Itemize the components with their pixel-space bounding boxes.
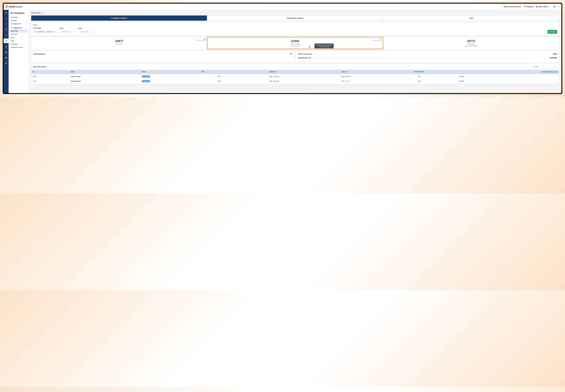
read-rate-label: Read Rate bbox=[465, 45, 471, 47]
info-icon[interactable]: ? bbox=[276, 71, 278, 72]
stat-delivered-sub: Delivery Rate ? bbox=[209, 45, 381, 47]
brand-icon bbox=[6, 5, 8, 8]
analytics-link[interactable]: Analytics bbox=[524, 6, 534, 8]
cell-revenue: 65700 bbox=[457, 74, 559, 79]
side-group-engagement[interactable]: Engagement bbox=[10, 26, 28, 29]
grid-icon bbox=[524, 6, 526, 8]
col-revenue[interactable]: Order Fulfilled revenue bbox=[457, 70, 559, 74]
info-icon[interactable]: ? bbox=[346, 71, 347, 72]
col-sent[interactable]: Sent▲▼ bbox=[200, 70, 238, 74]
rail-settings[interactable] bbox=[4, 56, 8, 59]
stat-read: 18772 Total Read Read Rate ? 78.61 % bbox=[383, 37, 559, 49]
rail-hierarchy[interactable] bbox=[4, 33, 8, 36]
read-rate-value: 78.61 % bbox=[473, 45, 477, 47]
side-item-apppush[interactable]: App Push bbox=[10, 33, 28, 36]
stat-delivered-label: Total Delivered bbox=[209, 43, 381, 45]
total-campaign-label: Total Campaign bbox=[33, 53, 45, 55]
rail-analytics[interactable] bbox=[4, 22, 8, 26]
cell-sent: 5677 bbox=[200, 74, 238, 79]
svg-rect-6 bbox=[524, 6, 525, 7]
avatar[interactable]: P bbox=[553, 5, 556, 9]
col-read[interactable]: Read?▼▲▼ bbox=[310, 70, 382, 74]
info-icon[interactable]: ! bbox=[309, 57, 311, 59]
side-item-notifcenter[interactable]: Notification Center bbox=[10, 46, 28, 49]
col-mode[interactable]: Mode▲▼ bbox=[140, 70, 200, 74]
side-item-retargeting[interactable]: Retargeting Ads bbox=[10, 22, 28, 26]
svg-point-23 bbox=[6, 52, 6, 52]
side-item-webpush[interactable]: Web Push bbox=[10, 29, 28, 33]
chevron-down-icon[interactable]: ▼ bbox=[558, 6, 559, 7]
explore-demo-button[interactable]: Explore demo account bbox=[502, 5, 523, 9]
stats-row: 1% from last period ? 23877 Total Sent 5… bbox=[31, 37, 559, 49]
col-fulfilled[interactable]: Order Fulfilled▲▼ bbox=[382, 70, 457, 74]
col-name[interactable]: Name▲▼ bbox=[69, 70, 140, 74]
filter-panel: Filter Date Range 12/06/2023 - 12/07/202… bbox=[31, 22, 559, 35]
main-content: Web Push ? Campaigns Analytics Subscribe… bbox=[29, 10, 561, 93]
stat-sent-trend: 1% from last period ? bbox=[195, 38, 206, 41]
help-link[interactable]: Need a Help? ▼ bbox=[536, 6, 550, 8]
cell-fulfilled: 266 bbox=[382, 79, 457, 84]
svg-point-17 bbox=[6, 29, 7, 29]
mode-chip: Broadcast bbox=[142, 75, 150, 78]
filter-title: Filter bbox=[33, 24, 557, 26]
campaign-name-link[interactable]: Insider Scoop bbox=[71, 76, 81, 77]
brand-logo[interactable]: NotifyVisitors bbox=[6, 5, 23, 8]
date-range-input[interactable]: 12/06/2023 - 12/07/2023 ▼ bbox=[33, 30, 57, 34]
side-item-sms[interactable]: SMS bbox=[10, 39, 28, 42]
info-icon[interactable]: ? bbox=[380, 40, 382, 41]
date-range-label: Date Range bbox=[33, 27, 57, 29]
svg-rect-3 bbox=[524, 6, 525, 6]
campaign-name-link[interactable]: Weekly Digest bbox=[71, 80, 81, 82]
col-delivered[interactable]: Delivered?▲▼ bbox=[238, 70, 310, 74]
rail-apps[interactable] bbox=[4, 11, 8, 14]
tab-subscribers-analytics[interactable]: Subscribers Analytics bbox=[207, 15, 383, 21]
side-item-email[interactable]: Email bbox=[10, 36, 28, 39]
rail-campaigns[interactable] bbox=[4, 39, 9, 43]
col-id[interactable]: ID▲▼ bbox=[31, 70, 69, 74]
tabs: Campaigns Analytics Subscribers Analytic… bbox=[31, 15, 559, 21]
rail-dashboard[interactable] bbox=[4, 17, 8, 20]
chevron-down-icon: ▼ bbox=[549, 6, 550, 7]
delivery-rate-tooltip: Total Delivered / (Total Sent - Total Fa… bbox=[315, 43, 334, 48]
rail-image[interactable] bbox=[4, 51, 8, 54]
cursor-icon bbox=[309, 46, 311, 48]
svg-rect-15 bbox=[6, 13, 7, 13]
svg-rect-13 bbox=[5, 13, 6, 13]
rail-audience[interactable] bbox=[4, 28, 8, 31]
side-item-campaign[interactable]: Campaign bbox=[10, 15, 28, 19]
mode-label: Mode bbox=[60, 28, 75, 29]
brand-suffix: Visitors bbox=[15, 5, 23, 8]
analytics-label: Analytics bbox=[527, 6, 534, 8]
rail-list[interactable] bbox=[4, 45, 8, 48]
label-select[interactable]: ---Select Label--- ▼ bbox=[78, 30, 94, 34]
svg-rect-22 bbox=[5, 52, 7, 53]
svg-point-20 bbox=[6, 35, 7, 35]
export-button[interactable]: Export bbox=[548, 30, 557, 34]
search-input[interactable] bbox=[532, 65, 557, 68]
export-icon bbox=[549, 31, 551, 33]
help-icon[interactable]: ? bbox=[41, 12, 43, 14]
info-icon[interactable]: ? bbox=[298, 45, 300, 47]
table-row[interactable]: 17277 Weekly Digest Broadcast 2436 2145 … bbox=[31, 79, 559, 84]
trend-pct: 1% bbox=[204, 38, 206, 40]
cell-delivered: 2145 (91.47%) bbox=[238, 79, 310, 84]
mode-select[interactable]: ---Select Mode--- ▼ bbox=[60, 30, 75, 34]
svg-rect-1 bbox=[7, 6, 7, 8]
svg-rect-12 bbox=[6, 12, 7, 13]
search-field[interactable] bbox=[534, 66, 553, 68]
page-title: Web Push ? bbox=[31, 12, 559, 14]
trend-note: from last period bbox=[195, 40, 204, 41]
rail-docs[interactable] bbox=[4, 62, 8, 65]
svg-point-19 bbox=[5, 35, 6, 35]
tab-logs[interactable]: Logs bbox=[383, 15, 559, 21]
delivery-rate-label: Delivery Rate bbox=[290, 45, 298, 47]
tab-campaigns-analytics[interactable]: Campaigns Analytics bbox=[31, 15, 207, 21]
info-icon[interactable]: ? bbox=[204, 40, 206, 41]
info-icon[interactable]: ? bbox=[471, 45, 472, 47]
stat-read-sub: Read Rate ? 78.61 % bbox=[385, 45, 557, 47]
engagement-icon bbox=[11, 27, 12, 28]
table-row[interactable]: 17263 Insider Scoop Broadcast 5677 5232 … bbox=[31, 74, 559, 79]
side-item-template[interactable]: Template bbox=[10, 19, 28, 22]
side-item-whatsapp[interactable]: WhatsApp bbox=[10, 42, 28, 46]
report-panel: Web Push Report ID▲▼ Name▲▼ Mode▲▼ Sent▲… bbox=[31, 64, 559, 84]
